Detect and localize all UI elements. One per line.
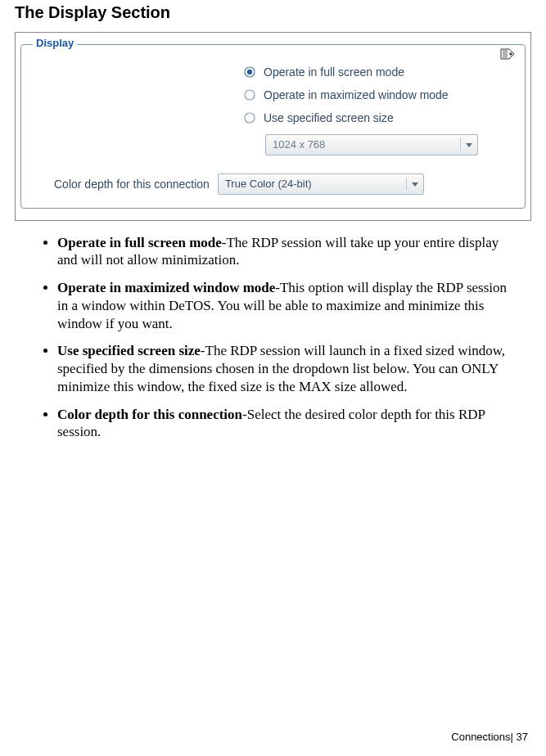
page-title: The Display Section [15,3,531,22]
radio-unselected-icon [244,112,255,124]
display-fieldset: Display [20,44,526,209]
bullet-title: Operate in maximized window mode [57,280,275,295]
radio-specified[interactable]: Use specified screen size [244,110,473,125]
radio-unselected-icon [244,89,255,101]
screen-size-value: 1024 x 768 [273,138,325,151]
list-item: Use specified screen size-The RDP sessio… [57,342,523,395]
radio-specified-label: Use specified screen size [264,110,394,125]
radio-group: Operate in full screen mode Operate in m… [244,65,515,126]
radio-maximized[interactable]: Operate in maximized window mode [244,88,473,102]
radio-full-screen-label: Operate in full screen mode [264,65,404,79]
svg-point-3 [245,90,255,100]
radio-full-screen[interactable]: Operate in full screen mode [244,65,473,79]
list-item: Color depth for this connection-Select t… [57,406,523,442]
chevron-down-icon [460,138,472,151]
svg-point-4 [245,113,255,123]
list-item: Operate in maximized window mode-This op… [57,279,523,332]
svg-point-2 [247,70,252,74]
color-depth-row: Color depth for this connection True Col… [31,173,515,195]
description-list: Operate in full screen mode-The RDP sess… [15,234,523,442]
screen-size-dropdown[interactable]: 1024 x 768 [265,134,478,155]
bullet-title: Use specified screen size [57,343,201,358]
tag-icon [500,47,518,66]
svg-point-0 [510,53,512,55]
chevron-down-icon [406,178,418,190]
color-depth-value: True Color (24-bit) [225,178,312,190]
figure-frame: Display [15,32,531,221]
bullet-title: Operate in full screen mode [57,235,222,250]
display-legend: Display [33,37,77,49]
page-footer: Connections| 37 [451,731,528,743]
radio-selected-icon [244,66,255,78]
color-depth-dropdown[interactable]: True Color (24-bit) [218,173,424,195]
radio-maximized-label: Operate in maximized window mode [264,88,449,102]
bullet-title: Color depth for this connection [57,407,242,422]
screen-size-row: 1024 x 768 [265,134,515,155]
color-depth-label: Color depth for this connection [54,178,210,191]
list-item: Operate in full screen mode-The RDP sess… [57,234,523,270]
